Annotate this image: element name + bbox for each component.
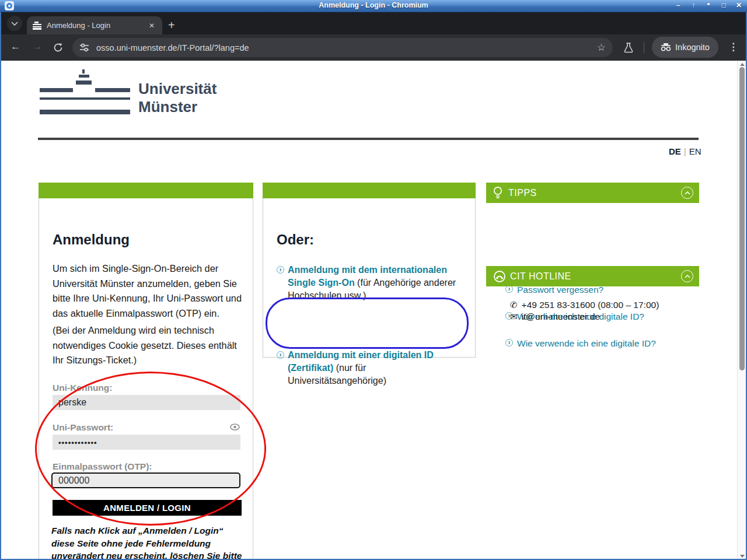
url-bar[interactable]: osso.uni-muenster.de/IT-Portal/?lang=de … [72, 38, 613, 57]
collapse-chevron-icon[interactable] [681, 187, 693, 199]
tab-strip: Anmeldung - Login ✕ + [0, 12, 747, 34]
hotline-box-title: CIT HOTLINE [510, 271, 571, 282]
back-icon[interactable]: ← [11, 41, 20, 52]
brand-line-1: Universität [138, 80, 217, 98]
kennung-label: Uni-Kennung: [53, 383, 112, 393]
tab-title: Anmeldung - Login [47, 21, 147, 30]
login-panel-header-bar [39, 183, 253, 198]
page-scrollbar[interactable] [737, 61, 746, 560]
mail-icon: ✉ [510, 312, 518, 322]
login-heading: Anmeldung [53, 232, 130, 248]
header-rule [38, 138, 699, 140]
link-chevron-icon: › [277, 266, 284, 274]
new-tab-button[interactable]: + [168, 19, 175, 31]
tips-box-header[interactable]: TIPPS [486, 183, 699, 203]
tip-link-use-digital-id[interactable]: › Wie verwende ich eine digitale ID? [505, 338, 747, 349]
tab-anmeldung-login[interactable]: Anmeldung - Login ✕ [27, 16, 162, 34]
login-submit-button[interactable]: ANMELDEN / LOGIN [53, 500, 242, 516]
minimize-button-icon[interactable]: – [673, 1, 683, 9]
forward-icon[interactable]: → [33, 41, 43, 52]
tab-search-button[interactable] [7, 16, 22, 31]
show-password-eye-icon[interactable] [230, 424, 240, 430]
scroll-down-icon[interactable] [740, 555, 745, 558]
incognito-label: Inkognito [675, 43, 710, 52]
alt-heading: Oder: [277, 232, 314, 248]
maximize-button-icon[interactable]: □ [719, 1, 728, 9]
phone-icon: ✆ [510, 300, 518, 310]
otp-label: Einmalpasswort (OTP): [53, 461, 152, 472]
site-favicon [33, 22, 41, 29]
flask-icon[interactable] [623, 42, 634, 53]
uni-muenster-logo[interactable] [38, 69, 131, 117]
brand-wordmark: Universität Münster [138, 80, 217, 116]
login-intro-1: Um sich im Single-Sign-On-Bereich der Un… [53, 261, 247, 321]
hotline-email-link[interactable]: it@uni-muenster.de [522, 312, 601, 322]
lang-separator: | [684, 146, 686, 156]
bookmark-star-icon[interactable]: ☆ [597, 41, 606, 54]
lang-en[interactable]: EN [689, 146, 701, 156]
tip-link-use-digital-id-label[interactable]: Wie verwende ich eine digitale ID? [517, 338, 656, 348]
page-viewport: Universität Münster DE | EN Anmeldung Um… [0, 61, 747, 560]
incognito-icon [661, 43, 671, 51]
otp-input[interactable] [51, 473, 240, 488]
collapse-chevron-icon[interactable] [681, 270, 693, 282]
hotline-box-header[interactable]: CIT HOTLINE [486, 266, 699, 286]
pin-button-icon[interactable]: ● [704, 1, 713, 9]
tab-close-icon[interactable]: ✕ [147, 22, 156, 30]
chevron-down-icon [11, 22, 18, 26]
login-warning-text: Falls nach Klick auf „Anmelden / Login“ … [51, 524, 249, 560]
link-chevron-icon: › [505, 339, 513, 346]
browser-menu-icon[interactable]: ⋮ [728, 41, 738, 53]
link-digital-id[interactable]: › Anmeldung mit einer digitalen ID (Zert… [277, 349, 465, 387]
passwort-input[interactable] [53, 435, 240, 450]
language-switcher: DE | EN [669, 146, 699, 156]
browser-toolbar: ← → osso.uni-muenster.de/IT-Portal/?lang… [0, 34, 747, 61]
reload-icon[interactable] [53, 43, 63, 52]
kennung-input[interactable] [53, 395, 240, 410]
scroll-up-icon[interactable] [740, 63, 745, 66]
brand-line-2: Münster [138, 98, 217, 116]
hotline-phone-number: +49 251 83-31600 (08:00 – 17:00) [522, 300, 659, 310]
lightbulb-icon [493, 186, 502, 200]
tips-box-title: TIPPS [508, 188, 537, 198]
url-text[interactable]: osso.uni-muenster.de/IT-Portal/?lang=de [96, 43, 597, 52]
lang-de[interactable]: DE [669, 146, 681, 156]
alt-panel-header-bar [263, 183, 476, 198]
toolbar-divider [644, 42, 644, 53]
hotline-phone-icon [493, 270, 506, 283]
window-title: Anmeldung - Login - Chromium [0, 1, 747, 9]
login-intro-2: (Bei der Anmeldung wird ein technisch no… [53, 323, 247, 368]
passwort-label: Uni-Passwort: [53, 422, 113, 433]
window-titlebar[interactable]: Anmeldung - Login - Chromium – ↑ ● □ ✕ [0, 0, 747, 12]
site-settings-icon[interactable] [79, 43, 89, 52]
incognito-badge[interactable]: Inkognito [652, 37, 718, 58]
window-border-left [0, 12, 1, 560]
link-international-sso[interactable]: › Anmeldung mit dem internationalen Sing… [277, 264, 465, 302]
link-chevron-icon: › [277, 351, 284, 359]
scrollbar-thumb[interactable] [739, 67, 745, 370]
hotline-email-line[interactable]: ✉ it@uni-muenster.de [510, 312, 600, 322]
close-button-icon[interactable]: ✕ [734, 1, 743, 9]
shade-button-icon[interactable]: ↑ [689, 1, 698, 9]
hotline-phone-line: ✆ +49 251 83-31600 (08:00 – 17:00) [510, 300, 659, 310]
